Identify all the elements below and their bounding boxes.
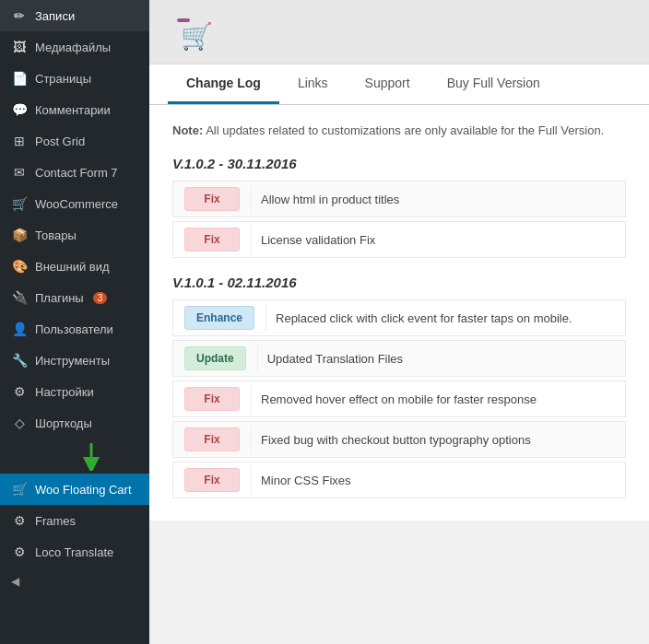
collapse-menu[interactable]: ◀ bbox=[0, 568, 149, 595]
changelog-row: FixMinor CSS Fixes bbox=[172, 462, 626, 498]
sidebar-icon-settings: ⚙ bbox=[11, 383, 28, 400]
sidebar-icon-media: 🖼 bbox=[11, 39, 28, 55]
tag-update: Update bbox=[184, 346, 246, 370]
sidebar-item-appearance[interactable]: 🎨Внешний вид bbox=[0, 251, 149, 282]
changelog-row: FixRemoved hover effect on mobile for fa… bbox=[172, 381, 626, 417]
tag-fix: Fix bbox=[184, 228, 240, 252]
sidebar-icon-frames: ⚙ bbox=[11, 512, 28, 529]
cart-icon: 🛒 bbox=[181, 24, 214, 50]
plugin-logo: 🛒 bbox=[177, 18, 621, 50]
sidebar-item-tools[interactable]: 🔧Инструменты bbox=[0, 345, 149, 376]
sidebar-item-plugins[interactable]: 🔌Плагины3 bbox=[0, 282, 149, 313]
tab-changelog[interactable]: Change Log bbox=[168, 64, 279, 104]
sidebar-item-loco[interactable]: ⚙Loco Translate bbox=[0, 536, 149, 568]
sidebar-label-loco: Loco Translate bbox=[35, 545, 113, 559]
sidebar-label-posts: Записи bbox=[35, 9, 75, 23]
tab-links[interactable]: Links bbox=[279, 64, 347, 104]
sidebar-item-media[interactable]: 🖼Медиафайлы bbox=[0, 31, 149, 63]
sidebar-icon-woocommerce: 🛒 bbox=[11, 195, 28, 212]
sidebar-label-appearance: Внешний вид bbox=[35, 260, 110, 274]
sidebar-item-products[interactable]: 📦Товары bbox=[0, 219, 149, 251]
green-arrow bbox=[0, 439, 149, 474]
changelog-row: EnhanceReplaced click with click event f… bbox=[172, 299, 626, 336]
tag-enhance: Enhance bbox=[184, 306, 254, 330]
sidebar-item-shortcodes[interactable]: ◇Шорткоды bbox=[0, 407, 149, 439]
changelog-desc: Replaced click with click event for fast… bbox=[266, 304, 625, 333]
sidebar-label-products: Товары bbox=[35, 228, 77, 242]
changelog-row: FixLicense validation Fix bbox=[172, 221, 626, 258]
sidebar-label-settings: Настройки bbox=[35, 385, 94, 399]
sidebar-icon-products: 📦 bbox=[11, 227, 28, 243]
sidebar-label-media: Медиафайлы bbox=[35, 41, 111, 54]
sidebar-item-woo-floating-cart[interactable]: 🛒Woo Floating Cart bbox=[0, 474, 149, 505]
sidebar-label-pages: Страницы bbox=[35, 72, 91, 86]
changelog-desc: Updated Translation Files bbox=[257, 345, 625, 373]
sidebar-label-comments: Комментарии bbox=[35, 103, 111, 117]
tag-fix: Fix bbox=[184, 468, 240, 492]
sidebar-icon-posts: ✏ bbox=[11, 7, 28, 24]
tag-fix: Fix bbox=[184, 427, 240, 451]
badge-plugins: 3 bbox=[93, 292, 108, 304]
collapse-icon: ◀ bbox=[11, 575, 19, 588]
sidebar-item-pages[interactable]: 📄Страницы bbox=[0, 63, 149, 94]
sidebar: ✏Записи🖼Медиафайлы📄Страницы💬Комментарии⊞… bbox=[0, 0, 149, 644]
sidebar-item-settings[interactable]: ⚙Настройки bbox=[0, 376, 149, 407]
note-text: Note: All updates related to customizati… bbox=[172, 123, 626, 137]
sidebar-icon-pages: 📄 bbox=[11, 70, 28, 87]
sidebar-icon-shortcodes: ◇ bbox=[11, 415, 28, 431]
main-content: 🛒 Change LogLinksSupportBuy Full Version… bbox=[149, 0, 649, 644]
version-header-1: V.1.0.1 - 02.11.2016 bbox=[172, 275, 626, 290]
sidebar-icon-comments: 💬 bbox=[11, 101, 28, 118]
sidebar-icon-loco: ⚙ bbox=[11, 544, 28, 560]
sidebar-label-tools: Инструменты bbox=[35, 354, 110, 368]
sidebar-item-contact[interactable]: ✉Contact Form 7 bbox=[0, 157, 149, 188]
sidebar-icon-woo-floating-cart: 🛒 bbox=[11, 481, 28, 498]
changelog-row: FixFixed bug with checkout button typogr… bbox=[172, 421, 626, 458]
sidebar-item-woocommerce[interactable]: 🛒WooCommerce bbox=[0, 188, 149, 219]
tab-buy[interactable]: Buy Full Version bbox=[429, 64, 559, 104]
sidebar-label-woocommerce: WooCommerce bbox=[35, 197, 118, 211]
sidebar-label-woo-floating-cart: Woo Floating Cart bbox=[35, 483, 132, 497]
sidebar-icon-postgrid: ⊞ bbox=[11, 133, 28, 149]
version-header-0: V.1.0.2 - 30.11.2016 bbox=[172, 156, 626, 171]
tag-fix: Fix bbox=[184, 387, 240, 411]
sidebar-item-users[interactable]: 👤Пользователи bbox=[0, 313, 149, 345]
tab-support[interactable]: Support bbox=[347, 64, 429, 104]
sidebar-label-frames: Frames bbox=[35, 514, 76, 528]
content-area: Note: All updates related to customizati… bbox=[149, 105, 649, 521]
sidebar-icon-tools: 🔧 bbox=[11, 352, 28, 369]
sidebar-icon-plugins: 🔌 bbox=[11, 289, 28, 306]
changelog-desc: Minor CSS Fixes bbox=[251, 466, 625, 495]
sidebar-icon-appearance: 🎨 bbox=[11, 258, 28, 275]
changelog-desc: Fixed bug with checkout button typograph… bbox=[251, 426, 625, 454]
sidebar-icon-contact: ✉ bbox=[11, 164, 28, 181]
sidebar-item-posts[interactable]: ✏Записи bbox=[0, 0, 149, 31]
sidebar-label-contact: Contact Form 7 bbox=[35, 166, 118, 180]
sidebar-label-postgrid: Post Grid bbox=[35, 135, 85, 148]
sidebar-label-users: Пользователи bbox=[35, 322, 113, 336]
changelog-row: UpdateUpdated Translation Files bbox=[172, 340, 626, 377]
changelog-row: FixAllow html in product titles bbox=[172, 181, 626, 217]
changelog-desc: Removed hover effect on mobile for faste… bbox=[251, 385, 625, 414]
sidebar-icon-users: 👤 bbox=[11, 321, 28, 337]
sidebar-label-shortcodes: Шорткоды bbox=[35, 416, 92, 430]
changelog-desc: License validation Fix bbox=[251, 226, 625, 254]
sidebar-item-postgrid[interactable]: ⊞Post Grid bbox=[0, 125, 149, 157]
tabs-bar: Change LogLinksSupportBuy Full Version bbox=[149, 64, 649, 105]
tag-fix: Fix bbox=[184, 187, 240, 211]
sidebar-label-plugins: Плагины bbox=[35, 291, 84, 305]
sidebar-item-frames[interactable]: ⚙Frames bbox=[0, 505, 149, 536]
changelog-desc: Allow html in product titles bbox=[251, 185, 625, 214]
plugin-header: 🛒 bbox=[149, 0, 649, 64]
sidebar-item-comments[interactable]: 💬Комментарии bbox=[0, 94, 149, 125]
cart-text: 🛒 bbox=[177, 24, 214, 50]
